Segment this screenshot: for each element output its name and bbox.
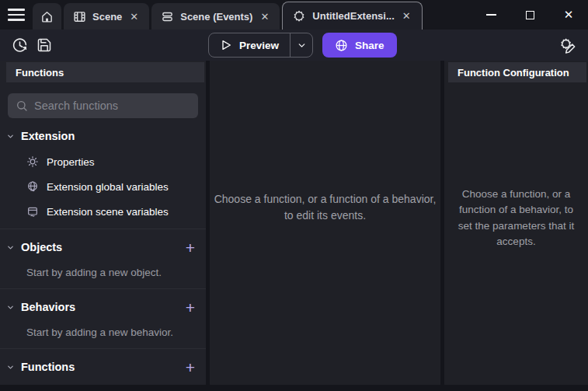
- tab-bar: Scene ✕ Scene (Events) ✕ UntitledExtensi…: [33, 0, 423, 30]
- main-area: Functions Extension: [0, 61, 588, 391]
- section-title: Objects: [21, 241, 62, 253]
- share-label: Share: [355, 40, 384, 51]
- tab-extension-active[interactable]: UntitledExtensi... ✕: [282, 2, 422, 30]
- titlebar: Scene ✕ Scene (Events) ✕ UntitledExtensi…: [0, 0, 588, 30]
- extension-edit-icon: [559, 37, 577, 54]
- globe-variable-icon: [26, 180, 39, 193]
- divider: [0, 288, 206, 289]
- history-clock-icon: [12, 37, 28, 54]
- tree-item-properties[interactable]: Properties: [0, 149, 206, 174]
- history-button[interactable]: [9, 35, 30, 55]
- close-icon[interactable]: ✕: [401, 9, 412, 23]
- search-functions-input[interactable]: [34, 99, 190, 112]
- extension-puzzle-icon: [292, 9, 306, 23]
- chevron-down-icon: [6, 132, 15, 141]
- save-button[interactable]: [34, 35, 54, 55]
- film-icon: [73, 10, 86, 23]
- chevron-down-icon: [6, 303, 15, 312]
- section-extension[interactable]: Extension: [0, 123, 206, 149]
- tab-home[interactable]: [33, 3, 61, 30]
- events-editor-panel: Choose a function, or a function of a be…: [210, 61, 440, 385]
- section-title: Functions: [21, 361, 75, 373]
- tab-scene[interactable]: Scene ✕: [64, 3, 149, 30]
- chevron-down-icon: [6, 243, 15, 252]
- add-object-button[interactable]: +: [184, 239, 197, 256]
- close-icon[interactable]: ✕: [259, 9, 270, 24]
- configuration-placeholder-text: Choose a function, or a function of a be…: [454, 187, 579, 250]
- chevron-down-icon: [297, 40, 307, 51]
- function-configuration-panel: Function Configuration Choose a function…: [444, 61, 588, 385]
- section-functions[interactable]: Functions +: [0, 354, 206, 380]
- events-placeholder-text: Choose a function, or a function of a be…: [210, 191, 440, 223]
- close-icon: ✕: [564, 8, 574, 22]
- minimize-icon: [486, 14, 496, 16]
- functions-list-panel: Functions Extension: [0, 61, 206, 385]
- window-close-button[interactable]: ✕: [549, 0, 588, 30]
- add-function-button[interactable]: +: [184, 359, 197, 375]
- home-icon: [40, 10, 54, 23]
- tab-label: Scene: [92, 11, 122, 23]
- divider: [0, 348, 206, 349]
- functions-hint: Start by adding a new function.: [0, 380, 206, 385]
- close-icon[interactable]: ✕: [128, 9, 140, 24]
- tree-item-label: Properties: [47, 156, 95, 168]
- divider: [0, 229, 206, 229]
- play-icon: [220, 39, 232, 51]
- tree-item-extension-global-variables[interactable]: Extension global variables: [0, 174, 206, 199]
- tab-label: UntitledExtensi...: [312, 10, 394, 22]
- search-icon: [16, 99, 28, 112]
- behaviors-hint: Start by adding a new behavior.: [0, 320, 206, 344]
- functions-panel-header: Functions: [6, 62, 204, 82]
- tree-item-extension-scene-variables[interactable]: Extension scene variables: [0, 199, 206, 224]
- maximize-icon: [526, 11, 534, 19]
- main-menu-button[interactable]: [8, 2, 26, 28]
- toolbar: Preview Share: [0, 30, 588, 61]
- preview-label: Preview: [239, 40, 279, 51]
- chevron-down-icon: [6, 363, 15, 372]
- section-title: Extension: [21, 130, 75, 142]
- preview-split-button: Preview: [208, 33, 313, 58]
- preview-button[interactable]: Preview: [209, 33, 290, 57]
- add-behavior-button[interactable]: +: [184, 299, 197, 316]
- objects-hint: Start by adding a new object.: [0, 260, 206, 284]
- edit-extension-properties-button[interactable]: [557, 34, 579, 56]
- section-objects[interactable]: Objects +: [0, 234, 206, 260]
- share-button[interactable]: Share: [322, 33, 397, 58]
- tab-label: Scene (Events): [180, 11, 252, 23]
- events-sheet-icon: [161, 10, 174, 23]
- globe-icon: [335, 39, 348, 52]
- gear-icon: [26, 155, 39, 168]
- window-maximize-button[interactable]: [510, 0, 549, 30]
- scene-variable-icon: [26, 205, 39, 218]
- panel-title: Functions: [16, 67, 64, 79]
- section-title: Behaviors: [21, 301, 75, 313]
- window-minimize-button[interactable]: [471, 0, 510, 30]
- section-behaviors[interactable]: Behaviors +: [0, 294, 206, 320]
- hamburger-icon: [8, 9, 25, 11]
- window-controls: ✕: [471, 0, 588, 30]
- tab-scene-events[interactable]: Scene (Events) ✕: [151, 3, 280, 30]
- preview-options-button[interactable]: [291, 33, 312, 57]
- save-icon: [37, 37, 52, 53]
- search-functions-box[interactable]: [8, 93, 198, 118]
- tree-item-label: Extension scene variables: [47, 206, 169, 218]
- tree-item-label: Extension global variables: [47, 181, 169, 193]
